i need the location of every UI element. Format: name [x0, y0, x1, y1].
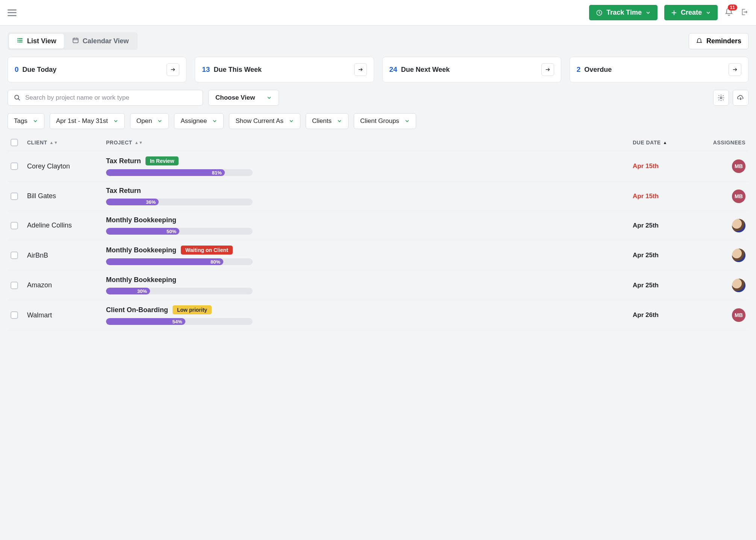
filter-chip[interactable]: Client Groups — [354, 113, 416, 129]
progress-fill: 30% — [106, 288, 150, 294]
assignee-avatar[interactable]: MB — [732, 190, 745, 203]
filters-row: TagsApr 1st - May 31stOpenAssigneeShow C… — [8, 113, 748, 129]
arrow-right-icon — [732, 67, 738, 73]
select-all-checkbox[interactable] — [11, 139, 18, 146]
sort-asc-icon: ▲ — [663, 141, 667, 145]
progress-fill: 80% — [106, 258, 223, 265]
choose-view-dropdown[interactable]: Choose View — [208, 90, 279, 106]
arrow-right-button[interactable] — [354, 63, 367, 76]
column-header-client[interactable]: CLIENT ▲▼ — [27, 140, 106, 146]
tab-list-view[interactable]: List View — [9, 34, 64, 49]
summary-card[interactable]: 24Due Next Week — [382, 57, 561, 82]
chevron-down-icon — [267, 95, 272, 100]
logout-button[interactable] — [740, 8, 748, 18]
client-name: Adeline Collins — [27, 221, 72, 229]
create-button[interactable]: Create — [664, 5, 718, 20]
assignee-avatar[interactable]: MB — [732, 308, 745, 322]
svg-rect-1 — [73, 38, 78, 43]
choose-view-label: Choose View — [215, 94, 255, 102]
tab-calendar-view[interactable]: Calendar View — [65, 34, 136, 49]
arrow-right-icon — [358, 67, 364, 73]
filter-label: Apr 1st - May 31st — [56, 117, 108, 125]
reminders-button[interactable]: Reminders — [689, 33, 748, 49]
clock-icon — [596, 9, 603, 16]
notifications-button[interactable]: 11 — [724, 8, 733, 18]
export-button[interactable] — [733, 90, 748, 106]
progress-fill: 36% — [106, 199, 159, 205]
summary-count: 24 — [389, 65, 397, 74]
settings-button[interactable] — [713, 90, 729, 106]
summary-card[interactable]: 2Overdue — [570, 57, 748, 82]
arrow-right-button[interactable] — [541, 63, 554, 76]
summary-count: 2 — [577, 65, 581, 74]
row-checkbox[interactable] — [11, 252, 18, 259]
row-checkbox[interactable] — [11, 193, 18, 200]
summary-label: Due This Week — [214, 66, 262, 74]
plus-icon — [671, 10, 677, 16]
row-checkbox[interactable] — [11, 282, 18, 289]
project-title: Monthly Bookkeeping — [106, 246, 176, 254]
progress-bar: 30% — [106, 288, 253, 294]
summary-label: Due Today — [23, 66, 57, 74]
sort-icon: ▲▼ — [135, 141, 143, 145]
filter-chip[interactable]: Assignee — [174, 113, 224, 129]
filter-chip[interactable]: Apr 1st - May 31st — [50, 113, 125, 129]
track-time-button[interactable]: Track Time — [589, 5, 658, 20]
column-header-project[interactable]: PROJECT ▲▼ — [106, 140, 633, 146]
arrow-right-button[interactable] — [729, 63, 741, 76]
filter-chip[interactable]: Show Current As — [229, 113, 300, 129]
assignee-avatar[interactable]: MB — [732, 159, 745, 173]
project-title: Monthly Bookkeeping — [106, 216, 176, 224]
table-row[interactable]: Adeline CollinsMonthly Bookkeeping50%Apr… — [8, 211, 748, 240]
summary-cards: 0Due Today13Due This Week24Due Next Week… — [8, 57, 748, 82]
progress-fill: 50% — [106, 228, 179, 235]
reminders-label: Reminders — [706, 37, 741, 45]
sort-icon: ▲▼ — [50, 141, 58, 145]
row-checkbox[interactable] — [11, 311, 18, 319]
progress-bar: 81% — [106, 169, 253, 176]
project-title: Client On-Boarding — [106, 306, 168, 314]
filter-chip[interactable]: Open — [130, 113, 169, 129]
due-date: Apr 25th — [633, 282, 659, 289]
table-row[interactable]: WalmartClient On-BoardingLow priority54%… — [8, 300, 748, 331]
client-name: Amazon — [27, 281, 52, 289]
bell-icon — [696, 38, 703, 45]
assignee-avatar[interactable] — [732, 279, 745, 292]
chevron-down-icon — [337, 118, 342, 124]
top-bar-right: Track Time Create 11 — [589, 5, 748, 20]
project-title: Monthly Bookkeeping — [106, 276, 176, 284]
chevron-down-icon — [33, 118, 38, 124]
due-date: Apr 15th — [633, 162, 659, 170]
list-icon — [17, 37, 23, 46]
summary-label: Due Next Week — [401, 66, 450, 74]
table-row[interactable]: Bill GatesTax Return36%Apr 15thMB — [8, 182, 748, 211]
chevron-down-icon — [212, 118, 217, 124]
filter-chip[interactable]: Clients — [306, 113, 348, 129]
menu-icon[interactable] — [8, 9, 17, 16]
client-name: Corey Clayton — [27, 162, 70, 170]
column-header-due-date[interactable]: DUE DATE ▲ — [633, 140, 700, 146]
summary-card[interactable]: 13Due This Week — [195, 57, 374, 82]
assignee-avatar[interactable] — [732, 219, 745, 232]
search-icon — [14, 94, 21, 101]
row-checkbox[interactable] — [11, 162, 18, 170]
track-time-label: Track Time — [606, 9, 642, 17]
project-title: Tax Return — [106, 187, 141, 195]
row-checkbox[interactable] — [11, 222, 18, 229]
progress-fill: 54% — [106, 318, 185, 325]
arrow-right-icon — [170, 67, 176, 73]
progress-bar: 50% — [106, 228, 253, 235]
due-date: Apr 26th — [633, 311, 659, 319]
search-field[interactable] — [8, 90, 203, 106]
table-row[interactable]: AmazonMonthly Bookkeeping30%Apr 25th — [8, 271, 748, 300]
filter-chip[interactable]: Tags — [8, 113, 44, 129]
progress-bar: 80% — [106, 258, 253, 265]
summary-count: 0 — [15, 65, 19, 74]
search-input[interactable] — [25, 94, 197, 102]
summary-card[interactable]: 0Due Today — [8, 57, 186, 82]
table-row[interactable]: Corey ClaytonTax ReturnIn Review81%Apr 1… — [8, 151, 748, 182]
arrow-right-button[interactable] — [167, 63, 179, 76]
table-row[interactable]: AirBnBMonthly BookkeepingWaiting on Clie… — [8, 240, 748, 271]
assignee-avatar[interactable] — [732, 249, 745, 262]
table-body: Corey ClaytonTax ReturnIn Review81%Apr 1… — [8, 151, 748, 331]
